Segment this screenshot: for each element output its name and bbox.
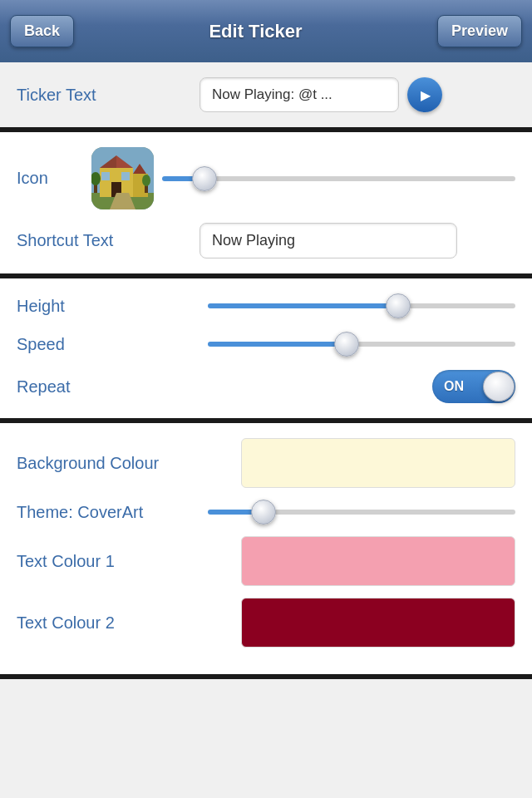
height-row: Height (17, 293, 515, 318)
speed-slider[interactable] (208, 332, 515, 357)
text-colour2-label: Text Colour 2 (17, 613, 233, 633)
bg-colour-swatch[interactable] (241, 438, 515, 488)
bg-colour-row: Background Colour (17, 438, 515, 488)
shortcut-text-label: Shortcut Text (17, 231, 200, 250)
repeat-label: Repeat (17, 377, 200, 397)
height-label: Height (17, 297, 200, 316)
shortcut-text-input[interactable] (200, 223, 457, 259)
repeat-toggle[interactable]: ON (432, 370, 515, 403)
theme-label: Theme: CoverArt (17, 503, 200, 522)
speed-slider-thumb[interactable] (334, 332, 359, 357)
icon-slider-track (162, 176, 515, 181)
height-slider-track (208, 303, 515, 308)
repeat-row: Repeat ON (17, 370, 515, 403)
icon-slider[interactable] (162, 166, 515, 191)
preview-button[interactable]: Preview (437, 15, 522, 47)
repeat-toggle-thumb (483, 372, 515, 401)
divider-4 (0, 674, 532, 679)
icon-label: Icon (17, 169, 83, 188)
text-colour1-swatch[interactable] (241, 536, 515, 586)
ticker-text-arrow-button[interactable] (407, 77, 442, 112)
icon-thumbnail[interactable] (91, 147, 154, 209)
shortcut-text-row: Shortcut Text (17, 223, 515, 259)
settings-section: Height Speed Repeat ON (0, 278, 532, 418)
ticker-text-section: Ticker Text Now Playing: @t ... (0, 62, 532, 127)
color-section: Background Colour Theme: CoverArt Text C… (0, 423, 532, 674)
text-colour1-row: Text Colour 1 (17, 536, 515, 586)
theme-row: Theme: CoverArt (17, 500, 515, 525)
svg-point-13 (142, 175, 150, 186)
icon-row: Icon (17, 147, 515, 209)
bg-colour-label: Background Colour (17, 454, 233, 473)
speed-label: Speed (17, 335, 200, 354)
icon-section: Icon (0, 132, 532, 273)
text-colour2-row: Text Colour 2 (17, 598, 515, 648)
height-slider-thumb[interactable] (386, 293, 411, 318)
ticker-text-label: Ticker Text (17, 86, 200, 105)
svg-rect-6 (101, 172, 110, 180)
theme-slider[interactable] (208, 500, 515, 525)
header: Back Edit Ticker Preview (0, 0, 532, 62)
svg-rect-7 (121, 172, 130, 180)
speed-row: Speed (17, 332, 515, 357)
repeat-toggle-label: ON (444, 379, 464, 394)
text-colour1-label: Text Colour 1 (17, 552, 233, 571)
ticker-text-value: Now Playing: @t ... (212, 86, 332, 103)
ticker-text-input[interactable]: Now Playing: @t ... (200, 77, 399, 112)
page-title: Edit Ticker (209, 21, 302, 42)
theme-slider-thumb[interactable] (251, 500, 276, 525)
icon-slider-thumb[interactable] (192, 166, 217, 191)
back-button[interactable]: Back (10, 15, 74, 47)
text-colour2-swatch[interactable] (241, 598, 515, 648)
speed-slider-track (208, 342, 515, 347)
height-slider[interactable] (208, 293, 515, 318)
theme-slider-track (208, 510, 515, 515)
